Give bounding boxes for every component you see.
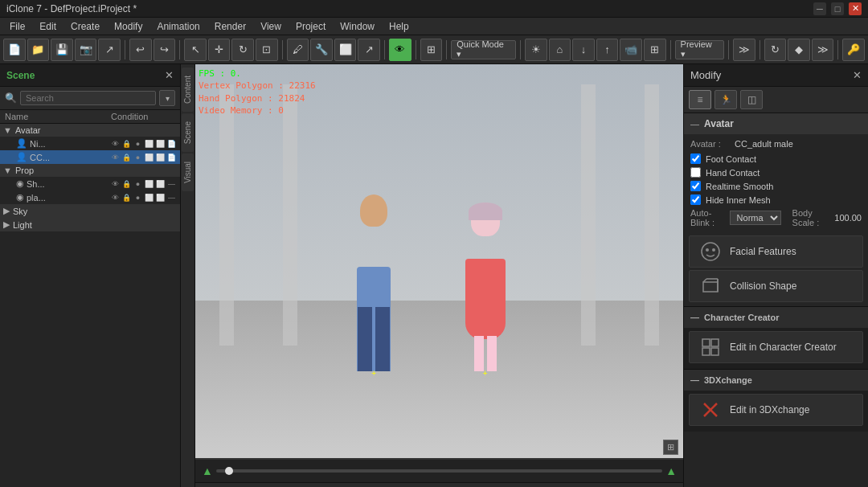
- undo-button[interactable]: ↩: [129, 39, 152, 61]
- tool-button[interactable]: 🔑: [842, 39, 865, 61]
- collision-shape-button[interactable]: Collision Shape: [689, 270, 863, 302]
- path-button[interactable]: ↗: [358, 39, 380, 61]
- hide-inner-mesh-label[interactable]: Hide Inner Mesh: [706, 195, 771, 205]
- grid-button[interactable]: ⊞: [644, 39, 666, 61]
- eraser-button[interactable]: ⬜: [334, 39, 357, 61]
- character-creator-header[interactable]: — Character Creator: [684, 307, 868, 328]
- eye-icon-2[interactable]: 👁: [110, 152, 121, 162]
- tree-item-cc[interactable]: 👤 CC... 👁 🔒 ● ⬜ ⬜ 📄: [0, 150, 180, 164]
- tree-item-ni[interactable]: 👤 Ni... 👁 🔒 ● ⬜ ⬜ 📄: [0, 137, 180, 150]
- menu-window[interactable]: Window: [334, 19, 381, 34]
- eye-icon-1[interactable]: 👁: [110, 138, 121, 149]
- tree-item-pla[interactable]: ◉ pla... 👁 🔒 ● ⬜ ⬜ —: [0, 190, 180, 204]
- lock-icon-1[interactable]: 🔒: [121, 138, 132, 149]
- prop-group[interactable]: ▼ Prop: [0, 164, 180, 177]
- menu-view[interactable]: View: [254, 19, 288, 34]
- doc-icon-1[interactable]: 📄: [166, 138, 177, 149]
- view-toggle[interactable]: 👁: [389, 39, 411, 61]
- sun-button[interactable]: ☀: [525, 39, 547, 61]
- eye-icon-4[interactable]: 👁: [110, 192, 121, 203]
- keyframe-button[interactable]: ◆: [788, 39, 810, 61]
- edit-character-creator-button[interactable]: Edit in Character Creator: [689, 331, 863, 363]
- vis-icon-2[interactable]: ⬜: [144, 152, 154, 162]
- dot-icon-4[interactable]: ●: [133, 192, 143, 203]
- open-button[interactable]: 📁: [27, 39, 50, 61]
- foot-contact-label[interactable]: Foot Contact: [706, 154, 756, 164]
- modify-tab-motion[interactable]: 🏃: [714, 90, 737, 109]
- avatar-group[interactable]: ▼ Avatar: [0, 124, 180, 137]
- redo-button[interactable]: ↪: [154, 39, 176, 61]
- modify-tab-settings[interactable]: ≡: [689, 90, 711, 109]
- viewport-overlay-icon[interactable]: ⊞: [663, 440, 678, 455]
- lock-icon-3[interactable]: 🔒: [121, 178, 132, 189]
- facial-features-button[interactable]: Facial Features: [689, 235, 863, 268]
- menu-edit[interactable]: Edit: [33, 19, 63, 34]
- tree-item-sh[interactable]: ◉ Sh... 👁 🔒 ● ⬜ ⬜ —: [0, 177, 180, 190]
- select-button[interactable]: ↖: [184, 39, 207, 61]
- maximize-button[interactable]: □: [831, 2, 844, 15]
- hide-inner-mesh-checkbox[interactable]: [690, 194, 701, 205]
- box-icon-4[interactable]: ⬜: [155, 192, 166, 203]
- timeline-slider[interactable]: [216, 469, 662, 473]
- content-tab[interactable]: Content: [182, 68, 194, 112]
- preview-dropdown[interactable]: Preview ▾: [675, 40, 724, 59]
- down-button[interactable]: ↓: [572, 39, 595, 61]
- new-button[interactable]: 📄: [3, 39, 26, 61]
- minus-icon-1[interactable]: —: [166, 178, 177, 189]
- modify-tab-texture[interactable]: ◫: [740, 90, 763, 109]
- box-icon-3[interactable]: ⬜: [155, 178, 166, 189]
- vis-icon-1[interactable]: ⬜: [144, 138, 154, 149]
- paint-button[interactable]: 🖊: [287, 39, 309, 61]
- menu-modify[interactable]: Modify: [108, 19, 149, 34]
- home-button[interactable]: ⌂: [549, 39, 571, 61]
- doc-icon-2[interactable]: 📄: [166, 152, 177, 162]
- threedx-header[interactable]: — 3DXchange: [684, 370, 868, 391]
- quickmode-dropdown[interactable]: Quick Mode ▾: [451, 40, 516, 59]
- close-button[interactable]: ✕: [849, 2, 862, 15]
- export-button[interactable]: ↗: [98, 39, 121, 61]
- minimize-button[interactable]: ─: [813, 2, 826, 15]
- search-dropdown[interactable]: ▾: [159, 90, 175, 106]
- vis-icon-4[interactable]: ⬜: [144, 192, 154, 203]
- hand-contact-label[interactable]: Hand Contact: [706, 168, 760, 178]
- eye-icon-3[interactable]: 👁: [110, 178, 121, 189]
- edit-threedx-button[interactable]: Edit in 3DXchange: [689, 394, 863, 426]
- avatar-section-header[interactable]: — Avatar: [684, 113, 868, 134]
- move-button[interactable]: ✛: [208, 39, 231, 61]
- camera-button[interactable]: 📹: [620, 39, 642, 61]
- dot-icon-3[interactable]: ●: [133, 178, 143, 189]
- menu-help[interactable]: Help: [383, 19, 416, 34]
- foot-contact-checkbox[interactable]: [690, 153, 701, 164]
- modify-close-icon[interactable]: ✕: [853, 69, 862, 81]
- frame-button[interactable]: ⊞: [420, 39, 443, 61]
- screenshot-button[interactable]: 📷: [75, 39, 97, 61]
- up-button[interactable]: ↑: [596, 39, 619, 61]
- save-button[interactable]: 💾: [51, 39, 73, 61]
- realtime-smooth-checkbox[interactable]: [690, 181, 701, 191]
- dot-icon-1[interactable]: ●: [133, 138, 143, 149]
- menu-project[interactable]: Project: [289, 19, 332, 34]
- sky-group[interactable]: ▶ Sky: [0, 204, 180, 218]
- realtime-smooth-label[interactable]: Realtime Smooth: [706, 182, 773, 191]
- more2-button[interactable]: ≫: [812, 39, 834, 61]
- box-icon-1[interactable]: ⬜: [155, 138, 166, 149]
- motion-button[interactable]: ↻: [764, 39, 787, 61]
- visual-tab[interactable]: Visual: [182, 153, 194, 191]
- brush-button[interactable]: 🔧: [310, 39, 333, 61]
- more-button[interactable]: ≫: [733, 39, 755, 61]
- menu-file[interactable]: File: [3, 19, 31, 34]
- dot-icon-2[interactable]: ●: [133, 152, 143, 162]
- menu-create[interactable]: Create: [64, 19, 106, 34]
- autoblink-select[interactable]: Norma: [730, 211, 781, 225]
- scale-button[interactable]: ⊡: [256, 39, 278, 61]
- viewport[interactable]: + + FPS : 0. Vertex Polygon : 22316: [195, 64, 683, 487]
- box-icon-2[interactable]: ⬜: [155, 152, 166, 162]
- lock-icon-2[interactable]: 🔒: [121, 152, 132, 162]
- lock-icon-4[interactable]: 🔒: [121, 192, 132, 203]
- minus-icon-2[interactable]: —: [166, 192, 177, 203]
- scene-close-icon[interactable]: ✕: [165, 69, 174, 81]
- rotate-button[interactable]: ↻: [231, 39, 254, 61]
- light-group[interactable]: ▶ Light: [0, 218, 180, 231]
- timeline-handle[interactable]: [225, 467, 233, 475]
- menu-render[interactable]: Render: [208, 19, 252, 34]
